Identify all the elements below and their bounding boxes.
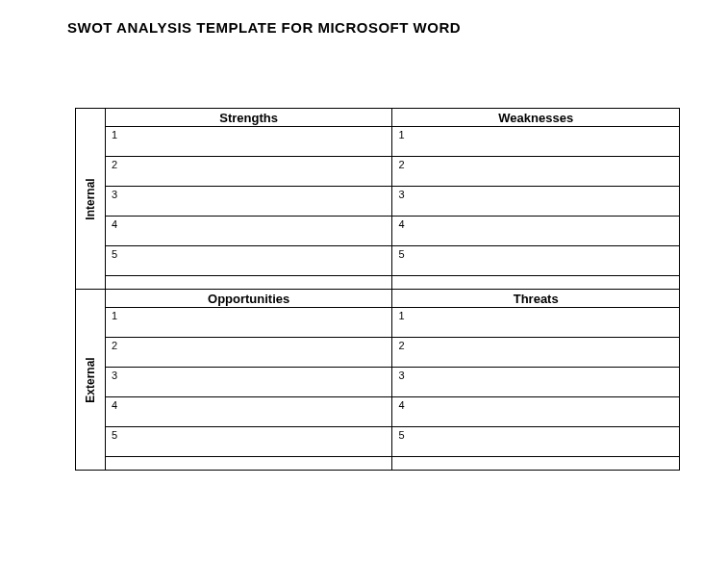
weaknesses-row-3: 3 <box>392 187 680 217</box>
opportunities-header: Opportunities <box>105 290 392 308</box>
internal-spacer-left <box>105 276 392 290</box>
internal-label-text: Internal <box>84 178 97 219</box>
threats-row-3: 3 <box>392 368 680 397</box>
internal-spacer-right <box>392 276 680 290</box>
swot-table: Internal Strengths Weaknesses 1 1 2 2 3 … <box>75 108 680 471</box>
weaknesses-row-5: 5 <box>392 246 680 276</box>
strengths-row-4: 4 <box>105 217 392 246</box>
strengths-row-3: 3 <box>105 187 392 217</box>
internal-side-label: Internal <box>76 109 106 290</box>
page-title: SWOT ANALYSIS TEMPLATE FOR MICROSOFT WOR… <box>0 0 728 45</box>
strengths-row-1: 1 <box>105 127 392 157</box>
opportunities-row-2: 2 <box>105 338 392 368</box>
opportunities-row-3: 3 <box>105 368 392 397</box>
strengths-row-2: 2 <box>105 157 392 187</box>
opportunities-row-5: 5 <box>105 427 392 457</box>
threats-row-1: 1 <box>392 308 680 338</box>
swot-table-wrapper: Internal Strengths Weaknesses 1 1 2 2 3 … <box>75 108 680 471</box>
strengths-header: Strengths <box>105 109 392 127</box>
threats-header: Threats <box>392 290 680 308</box>
weaknesses-header: Weaknesses <box>392 109 680 127</box>
threats-row-5: 5 <box>392 427 680 457</box>
external-spacer-left <box>105 457 392 471</box>
threats-row-4: 4 <box>392 397 680 427</box>
weaknesses-row-4: 4 <box>392 217 680 246</box>
external-spacer-right <box>392 457 680 471</box>
threats-row-2: 2 <box>392 338 680 368</box>
opportunities-row-1: 1 <box>105 308 392 338</box>
external-side-label: External <box>76 290 106 471</box>
external-label-text: External <box>84 357 97 402</box>
weaknesses-row-1: 1 <box>392 127 680 157</box>
strengths-row-5: 5 <box>105 246 392 276</box>
weaknesses-row-2: 2 <box>392 157 680 187</box>
opportunities-row-4: 4 <box>105 397 392 427</box>
